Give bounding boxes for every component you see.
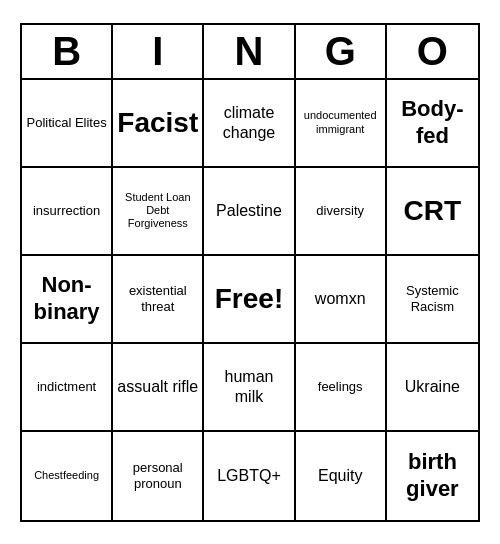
cell-text: Student Loan Debt Forgiveness [117,191,198,231]
header-letter: B [22,25,113,78]
bingo-cell: feelings [296,344,387,432]
bingo-cell: insurrection [22,168,113,256]
cell-text: Ukraine [405,377,460,396]
cell-text: diversity [316,203,364,219]
header-letter: I [113,25,204,78]
bingo-cell: Palestine [204,168,295,256]
cell-text: Non-binary [26,272,107,325]
cell-text: womxn [315,289,366,308]
bingo-cell: birth giver [387,432,478,520]
bingo-cell: Political Elites [22,80,113,168]
header-letter: O [387,25,478,78]
bingo-cell: assualt rifle [113,344,204,432]
bingo-cell: undocumented immigrant [296,80,387,168]
cell-text: Equity [318,466,362,485]
cell-text: Free! [215,282,283,316]
bingo-cell: Equity [296,432,387,520]
cell-text: personal pronoun [117,460,198,491]
cell-text: Facist [117,106,198,140]
cell-text: birth giver [391,449,474,502]
bingo-cell: diversity [296,168,387,256]
bingo-cell: Facist [113,80,204,168]
cell-text: feelings [318,379,363,395]
cell-text: insurrection [33,203,100,219]
bingo-cell: indictment [22,344,113,432]
bingo-cell: womxn [296,256,387,344]
bingo-card: BINGO Political ElitesFacistclimate chan… [20,23,480,522]
cell-text: existential threat [117,283,198,314]
bingo-cell: Non-binary [22,256,113,344]
bingo-cell: personal pronoun [113,432,204,520]
cell-text: Political Elites [26,115,106,131]
cell-text: Systemic Racism [391,283,474,314]
header-letter: N [204,25,295,78]
cell-text: climate change [208,103,289,141]
bingo-cell: Systemic Racism [387,256,478,344]
bingo-header: BINGO [22,25,478,80]
header-letter: G [296,25,387,78]
cell-text: Chestfeeding [34,469,99,482]
cell-text: CRT [404,194,462,228]
bingo-cell: Chestfeeding [22,432,113,520]
cell-text: undocumented immigrant [300,109,381,135]
bingo-cell: existential threat [113,256,204,344]
cell-text: LGBTQ+ [217,466,281,485]
cell-text: human milk [208,367,289,405]
bingo-cell: Free! [204,256,295,344]
cell-text: Body-fed [391,96,474,149]
bingo-cell: CRT [387,168,478,256]
bingo-cell: LGBTQ+ [204,432,295,520]
bingo-cell: human milk [204,344,295,432]
bingo-cell: Ukraine [387,344,478,432]
cell-text: assualt rifle [117,377,198,396]
bingo-cell: climate change [204,80,295,168]
cell-text: indictment [37,379,96,395]
cell-text: Palestine [216,201,282,220]
bingo-grid: Political ElitesFacistclimate changeundo… [22,80,478,520]
bingo-cell: Student Loan Debt Forgiveness [113,168,204,256]
bingo-cell: Body-fed [387,80,478,168]
